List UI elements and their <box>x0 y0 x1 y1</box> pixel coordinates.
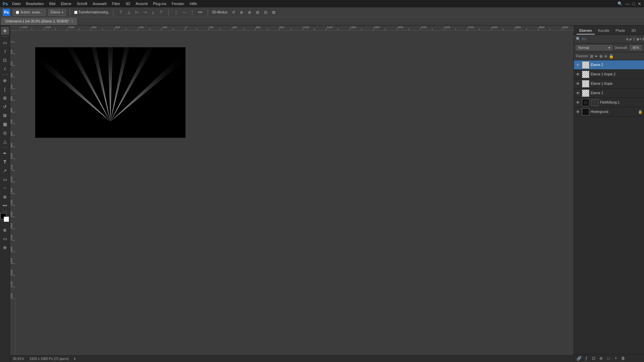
eraser-tool[interactable]: ⊠ <box>1 111 9 119</box>
background-color[interactable] <box>4 217 9 222</box>
search-icon[interactable]: 🔍 <box>618 1 623 6</box>
layer-visibility-ebene2[interactable]: 👁 <box>575 62 581 68</box>
quick-mask-tool[interactable]: ⊗ <box>1 226 9 234</box>
delete-layer-icon[interactable]: 🗑 <box>620 355 626 361</box>
menu-plugins[interactable]: Plug-ins <box>153 2 166 6</box>
3d-icon3[interactable]: ⊞ <box>254 9 261 16</box>
history-tool[interactable]: ↺ <box>1 103 9 111</box>
gradient-tool[interactable]: ▦ <box>1 120 9 128</box>
layer-visibility-faerbfuellung[interactable]: 👁 <box>575 100 581 105</box>
layer-filter-mode-icon[interactable]: ◑ <box>636 37 639 41</box>
auto-select-checkbox[interactable] <box>16 11 19 14</box>
blur-tool[interactable]: ◎ <box>1 129 9 137</box>
layer-item-hintergrund[interactable]: 👁 Hintergrund 🔒 <box>574 107 644 117</box>
distribute-icon[interactable]: ⋮ <box>173 9 179 16</box>
more-tools[interactable]: ••• <box>1 201 9 209</box>
extra-tool[interactable]: ⊕ <box>1 243 9 251</box>
link-layers-icon[interactable]: 🔗 <box>576 355 582 361</box>
marquee-tool[interactable]: ▭ <box>1 39 9 47</box>
layer-item-ebene1[interactable]: 👁 Ebene 1 <box>574 88 644 98</box>
layer-filter-attr-icon[interactable]: ≡ <box>640 37 642 41</box>
tab-ebenen[interactable]: Ebenen <box>577 27 595 35</box>
3d-icon4[interactable]: ⊟ <box>262 9 269 16</box>
menu-bearbeiten[interactable]: Bearbeiten <box>26 2 44 6</box>
menu-hilfe[interactable]: Hilfe <box>190 2 197 6</box>
align-right-icon[interactable]: ⊤ <box>158 9 164 16</box>
3d-icon2[interactable]: ⊗ <box>246 9 253 16</box>
layer-filter-brush-icon[interactable]: 🖌 <box>629 37 633 41</box>
layer-item-ebene2[interactable]: 👁 Ebene 2 <box>574 60 644 70</box>
canvas-image[interactable] <box>35 47 185 138</box>
canvas-scroll-area[interactable] <box>15 31 574 355</box>
align-middle-h-icon[interactable]: ⊥ <box>125 9 132 16</box>
transform-checkbox[interactable] <box>74 11 77 14</box>
move-tool[interactable]: ✛ <box>1 27 9 35</box>
tab-close-button[interactable]: × <box>71 19 73 23</box>
layer-item-faerbfuellung[interactable]: 👁 Färbfüllung 1 <box>574 98 644 107</box>
menu-fenster[interactable]: Fenster <box>172 2 184 6</box>
menu-ebene[interactable]: Ebene <box>61 2 71 6</box>
layers-search-input[interactable] <box>582 37 625 41</box>
layer-filter-kind-icon[interactable]: ⊕ <box>626 37 629 41</box>
maximize-button[interactable]: □ <box>632 1 635 6</box>
hand-tool[interactable]: ☞ <box>1 184 9 192</box>
text-tool[interactable]: T <box>1 158 9 166</box>
opacity-input[interactable]: 85% <box>630 45 642 50</box>
eyedropper-tool[interactable]: 𝒊 <box>1 65 9 73</box>
layer-filter-toggle-icon[interactable]: ⊟ <box>642 37 644 41</box>
menu-3d[interactable]: 3D <box>125 2 130 6</box>
layer-item-ebene1kopie2[interactable]: 👁 Ebene 1 Kopie 2 <box>574 70 644 79</box>
align-center-v-icon[interactable]: ⊥ <box>150 9 156 16</box>
blend-mode-dropdown[interactable]: Normal ▾ <box>576 45 612 50</box>
menu-datei[interactable]: Datei <box>12 2 21 6</box>
zoom-tool[interactable]: ⊕ <box>1 193 9 201</box>
pen-tool[interactable]: ✒ <box>1 149 9 157</box>
healing-tool[interactable]: ⊕ <box>1 76 9 84</box>
color-swatches[interactable] <box>0 213 10 223</box>
menu-bild[interactable]: Bild <box>49 2 55 6</box>
tab-kanaele[interactable]: Kanäle <box>595 27 612 35</box>
layer-visibility-hintergrund[interactable]: 👁 <box>575 109 581 115</box>
info-icon[interactable]: ℹ <box>74 357 75 361</box>
menu-filter[interactable]: Filter <box>112 2 120 6</box>
lock-artboard-icon[interactable]: ✒ <box>595 54 598 59</box>
shape-tool[interactable]: ▭ <box>1 175 9 183</box>
menu-ansicht[interactable]: Ansicht <box>136 2 148 6</box>
3d-icon5[interactable]: ⊠ <box>270 9 277 16</box>
crop-tool[interactable]: ⊡ <box>1 56 9 64</box>
rotate-icon[interactable]: ↺ <box>230 9 237 16</box>
tab-3d[interactable]: 3D <box>629 27 639 35</box>
tab-pfade[interactable]: Pfade <box>613 27 628 35</box>
layer-visibility-ebene1kopie2[interactable]: 👁 <box>575 72 581 77</box>
menu-auswahl[interactable]: Auswahl <box>93 2 107 6</box>
align-top-icon[interactable]: ⊤ <box>117 9 124 16</box>
new-adjustment-icon[interactable]: ⊕ <box>598 355 604 361</box>
3d-icon1[interactable]: ⊕ <box>238 9 245 16</box>
lock-move-icon[interactable]: ✛ <box>604 54 607 59</box>
align-left-icon[interactable]: ⊣ <box>142 9 148 16</box>
path-tool[interactable]: ↗ <box>1 167 9 175</box>
lock-position-icon[interactable]: ⊞ <box>590 54 593 59</box>
more-options-icon[interactable]: ••• <box>197 9 204 16</box>
minimize-button[interactable]: — <box>625 1 630 6</box>
lock-pixel-icon[interactable]: ⊕ <box>599 54 603 59</box>
clone-tool[interactable]: ⊞ <box>1 94 9 102</box>
distribute3-icon[interactable]: ⋮ <box>189 9 196 16</box>
menu-schrift[interactable]: Schrift <box>77 2 87 6</box>
new-layer-icon[interactable]: + <box>613 355 619 361</box>
new-group-icon[interactable]: □ <box>605 355 611 361</box>
layer-item-ebene1kopie[interactable]: 👁 Ebene 1 Kopie <box>574 79 644 88</box>
add-mask-icon[interactable]: ⊡ <box>591 355 597 361</box>
close-button[interactable]: ✕ <box>638 1 641 6</box>
screen-mode-tool[interactable]: ▭ <box>1 235 9 243</box>
dodge-tool[interactable]: △ <box>1 137 9 145</box>
brush-tool[interactable]: ∫ <box>1 85 9 93</box>
layer-filter-fx-icon[interactable]: ƒ <box>633 37 635 41</box>
lasso-tool[interactable]: ⌇ <box>1 47 9 55</box>
document-tab[interactable]: Unbenannt-1 bei 30,9% (Ebene 2, RGB/8)* … <box>1 18 77 25</box>
lock-all-icon[interactable]: 🔒 <box>609 54 614 59</box>
align-bottom-icon[interactable]: ⊢ <box>133 9 140 16</box>
auto-select-button[interactable]: Autom. ausw... <box>13 9 46 16</box>
add-style-icon[interactable]: ƒ <box>583 355 589 361</box>
layer-visibility-ebene1kopie[interactable]: 👁 <box>575 81 581 86</box>
